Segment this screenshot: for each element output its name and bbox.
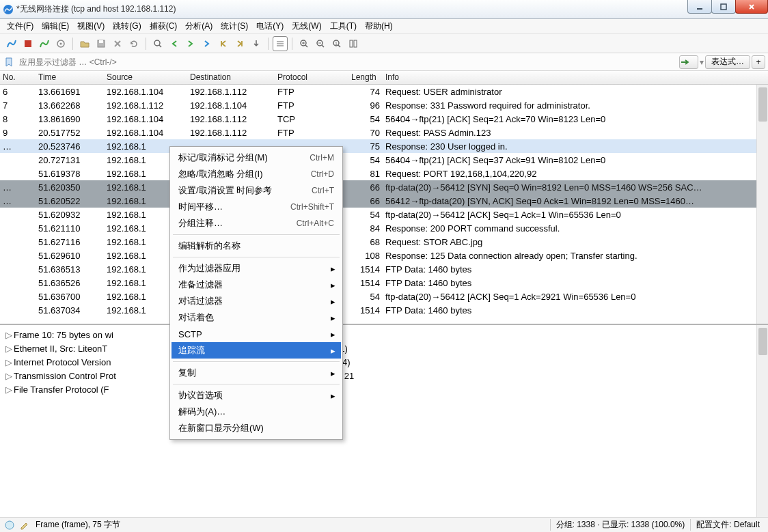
menu-analyze[interactable]: 分析(A) — [181, 19, 217, 33]
menu-go[interactable]: 跳转(G) — [109, 19, 145, 33]
context-menu-item[interactable]: 协议首选项▸ — [172, 387, 341, 404]
packet-row[interactable]: …51.620522192.168.16656412→ftp-data(20) … — [0, 194, 768, 208]
expression-button[interactable]: 表达式… — [705, 55, 750, 69]
packet-details-tree[interactable]: ▷Frame 10: 75 bytes on wi00 bits) on int… — [0, 325, 768, 517]
reload-file-icon[interactable] — [126, 36, 141, 51]
context-menu-item[interactable]: 追踪流▸ — [172, 342, 341, 359]
close-button[interactable] — [735, 0, 768, 14]
context-menu-item[interactable]: 准备过滤器▸ — [172, 277, 341, 293]
col-no[interactable]: No. — [0, 71, 36, 84]
context-menu-item[interactable]: 时间平移…Ctrl+Shift+T — [172, 199, 341, 215]
restart-capture-icon[interactable] — [37, 36, 52, 51]
zoom-reset-icon[interactable]: 1 — [329, 36, 344, 51]
context-menu-item[interactable]: SCTP▸ — [172, 326, 341, 342]
window-controls — [688, 0, 768, 14]
packet-row[interactable]: 713.662268192.168.1.112192.168.1.104FTP9… — [0, 98, 768, 112]
start-capture-icon[interactable] — [4, 36, 19, 51]
packet-context-menu[interactable]: 标记/取消标记 分组(M)Ctrl+M忽略/取消忽略 分组(I)Ctrl+D设置… — [169, 146, 343, 440]
tree-scrollbar[interactable] — [756, 325, 768, 517]
packet-row[interactable]: 813.861690192.168.1.104192.168.1.112TCP5… — [0, 112, 768, 126]
menu-telephony[interactable]: 电话(Y) — [252, 19, 288, 33]
apply-filter-button[interactable] — [679, 55, 698, 69]
context-menu-item[interactable]: 编辑解析的名称 — [172, 238, 341, 254]
col-length[interactable]: Length — [348, 71, 383, 84]
packet-row[interactable]: 51.621110192.168.184Response: 200 PORT c… — [0, 221, 768, 235]
packet-row[interactable]: 51.637034192.168.11514FTP Data: 1460 byt… — [0, 303, 768, 317]
col-protocol[interactable]: Protocol — [275, 71, 348, 84]
packet-row[interactable]: 51.629610192.168.1108Response: 125 Data … — [0, 249, 768, 262]
menu-separator — [173, 361, 340, 362]
go-back-icon[interactable] — [167, 36, 182, 51]
context-menu-item[interactable]: 设置/取消设置 时间参考Ctrl+T — [172, 182, 341, 199]
stop-capture-icon[interactable] — [20, 36, 36, 51]
menu-wireless[interactable]: 无线(W) — [288, 19, 325, 33]
col-destination[interactable]: Destination — [187, 71, 275, 84]
packet-row[interactable]: 51.636513192.168.11514FTP Data: 1460 byt… — [0, 262, 768, 276]
status-frame-info: Frame (frame), 75 字节 — [30, 519, 126, 531]
packet-row[interactable]: 20.727131192.168.15456404→ftp(21) [ACK] … — [0, 153, 768, 167]
menu-file[interactable]: 文件(F) — [3, 19, 38, 33]
go-to-packet-icon[interactable] — [200, 36, 215, 51]
packet-row[interactable]: 920.517752192.168.1.104192.168.1.112FTP7… — [0, 126, 768, 139]
maximize-button[interactable] — [711, 0, 736, 14]
context-menu-item[interactable]: 作为过滤器应用▸ — [172, 260, 341, 277]
status-packets: 分组: 1338 · 已显示: 1338 (100.0%) — [550, 519, 691, 531]
zoom-in-icon[interactable] — [297, 36, 312, 51]
packet-row[interactable]: 51.636700192.168.154ftp-data(20)→56412 [… — [0, 290, 768, 303]
window-title: *无线网络连接 (tcp and host 192.168.1.112) — [16, 3, 176, 15]
go-last-icon[interactable] — [232, 36, 247, 51]
edit-icon[interactable] — [19, 520, 30, 531]
add-filter-button[interactable]: + — [752, 55, 765, 69]
menu-edit[interactable]: 编辑(E) — [38, 19, 73, 33]
capture-options-icon[interactable] — [53, 36, 68, 51]
zoom-out-icon[interactable] — [313, 36, 328, 51]
context-menu-item[interactable]: 解码为(A)… — [172, 404, 341, 420]
packet-row[interactable]: 51.619378192.168.181Request: PORT 192,16… — [0, 167, 768, 180]
menu-capture[interactable]: 捕获(C) — [146, 19, 182, 33]
context-menu-item[interactable]: 分组注释…Ctrl+Alt+C — [172, 215, 341, 232]
col-info[interactable]: Info — [383, 71, 768, 84]
open-file-icon[interactable] — [77, 36, 92, 51]
expert-info-icon[interactable] — [4, 520, 15, 531]
context-menu-item[interactable]: 在新窗口显示分组(W) — [172, 420, 341, 436]
auto-scroll-icon[interactable] — [249, 36, 264, 51]
context-menu-item[interactable]: 忽略/取消忽略 分组(I)Ctrl+D — [172, 166, 341, 182]
svg-point-29 — [5, 521, 14, 529]
close-file-icon[interactable] — [110, 36, 125, 51]
tree-node[interactable]: ▷File Transfer Protocol (F — [5, 382, 768, 396]
context-menu-item[interactable]: 对话着色▸ — [172, 309, 341, 326]
colorize-icon[interactable] — [273, 36, 288, 51]
bookmark-icon[interactable] — [3, 56, 15, 68]
packet-list[interactable]: 613.661691192.168.1.104192.168.1.112FTP7… — [0, 85, 768, 325]
tree-node[interactable]: ▷Transmission Control Prot: 56404 (56404… — [5, 369, 768, 382]
packet-list-scrollbar[interactable] — [756, 85, 768, 324]
display-filter-input[interactable] — [18, 57, 676, 68]
status-profile[interactable]: 配置文件: Default — [690, 519, 765, 531]
col-time[interactable]: Time — [36, 71, 104, 84]
menu-help[interactable]: 帮助(H) — [361, 19, 397, 33]
minimize-button[interactable] — [687, 0, 712, 14]
save-file-icon[interactable] — [94, 36, 109, 51]
packet-row[interactable]: 51.627116192.168.168Request: STOR ABC.jp… — [0, 235, 768, 249]
col-source[interactable]: Source — [104, 71, 187, 84]
go-first-icon[interactable] — [216, 36, 231, 51]
go-forward-icon[interactable] — [183, 36, 198, 51]
display-filter-bar: ▾ 表达式… + — [0, 53, 768, 71]
context-menu-item[interactable]: 复制▸ — [172, 365, 341, 381]
resize-columns-icon[interactable] — [346, 36, 361, 51]
menu-view[interactable]: 视图(V) — [73, 19, 109, 33]
tree-node[interactable]: ▷Ethernet II, Src: LiteonTt: LiteonTe_47… — [5, 341, 768, 355]
context-menu-item[interactable]: 标记/取消标记 分组(M)Ctrl+M — [172, 150, 341, 166]
find-packet-icon[interactable] — [150, 36, 165, 51]
svg-point-7 — [60, 42, 62, 44]
tree-node[interactable]: ▷Frame 10: 75 bytes on wi00 bits) on int… — [5, 328, 768, 341]
packet-row[interactable]: 51.636526192.168.11514FTP Data: 1460 byt… — [0, 276, 768, 290]
menu-tools[interactable]: 工具(T) — [326, 19, 361, 33]
packet-row[interactable]: …51.620350192.168.166ftp-data(20)→56412 … — [0, 180, 768, 194]
packet-row[interactable]: …20.523746192.168.175Response: 230 User … — [0, 139, 768, 153]
context-menu-item[interactable]: 对话过滤器▸ — [172, 293, 341, 309]
menu-statistics[interactable]: 统计(S) — [217, 19, 252, 33]
packet-row[interactable]: 51.620932192.168.154ftp-data(20)→56412 [… — [0, 208, 768, 221]
packet-row[interactable]: 613.661691192.168.1.104192.168.1.112FTP7… — [0, 85, 768, 98]
tree-node[interactable]: ▷Internet Protocol Version112), Dst: 192… — [5, 355, 768, 369]
